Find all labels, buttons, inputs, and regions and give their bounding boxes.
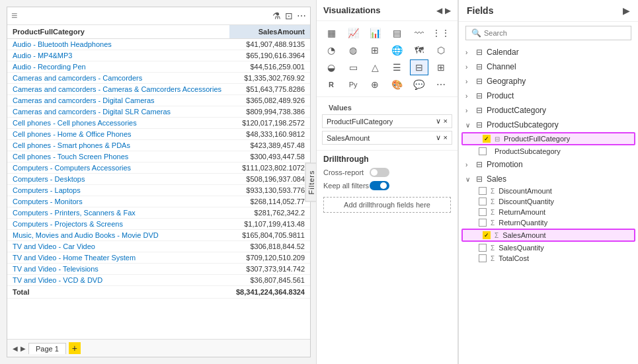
- keep-filters-track[interactable]: [370, 181, 389, 190]
- ribbon-chart-icon[interactable]: 〰: [410, 25, 428, 41]
- category-cell: Computers - Projectors & Screens: [7, 219, 229, 230]
- slicer-icon[interactable]: ☰: [387, 59, 406, 75]
- field-group-header-promotion[interactable]: › ⊟ Promotion: [459, 158, 638, 171]
- kpi-icon[interactable]: △: [366, 59, 384, 75]
- field-checkbox[interactable]: [479, 219, 487, 227]
- field-checkbox[interactable]: ✓: [483, 135, 491, 143]
- funnel-icon[interactable]: ⬡: [432, 42, 450, 58]
- field-checkbox[interactable]: [479, 147, 487, 155]
- amount-cell: $65,190,616.3964: [229, 50, 310, 61]
- amount-cell: $281,762,342.2: [229, 207, 310, 219]
- field-item-productsubcategory[interactable]: ProductSubcategory: [459, 146, 638, 157]
- field-checkbox[interactable]: [479, 254, 487, 262]
- field-checkbox[interactable]: ✓: [483, 231, 491, 239]
- viz-next-icon[interactable]: ▶: [445, 6, 451, 15]
- prev-page-icon[interactable]: ◀: [13, 345, 18, 352]
- scatter-icon[interactable]: ⋮⋮: [432, 25, 450, 41]
- dotted-border-icon[interactable]: ⋯: [297, 11, 306, 21]
- matrix-icon[interactable]: ⊞: [432, 59, 450, 75]
- field-group-sales: ∨ ⊟ Sales Σ DiscountAmount Σ DiscountQua…: [459, 172, 638, 264]
- donut-icon[interactable]: ◍: [344, 42, 362, 58]
- chevron-icon: ›: [465, 78, 472, 85]
- field-item-salesamount[interactable]: ✓ Σ SalesAmount: [461, 229, 635, 242]
- r-visual-icon[interactable]: R: [322, 77, 340, 92]
- page-tab[interactable]: Page 1: [28, 343, 66, 354]
- line-chart-icon[interactable]: 📈: [344, 25, 362, 41]
- field-group-header-geography[interactable]: › ⊟ Geography: [459, 75, 638, 88]
- card-icon[interactable]: ▭: [344, 59, 362, 75]
- chip-expand-icon[interactable]: ∨: [436, 117, 441, 126]
- keep-filters-toggle[interactable]: [370, 181, 389, 190]
- cross-report-toggle[interactable]: [370, 168, 389, 177]
- chip-close-icon2[interactable]: ×: [444, 133, 448, 142]
- field-group-header-channel[interactable]: › ⊟ Channel: [459, 60, 638, 73]
- chip-close-icon[interactable]: ×: [444, 117, 448, 126]
- field-item-totalcost[interactable]: Σ TotalCost: [459, 253, 638, 264]
- value-chip-amount[interactable]: SalesAmount ∨ ×: [322, 131, 452, 145]
- table-viz-icon[interactable]: ⊟: [410, 59, 428, 75]
- paint-icon[interactable]: 🎨: [387, 77, 406, 92]
- field-item-salesquantity[interactable]: Σ SalesQuantity: [459, 242, 638, 253]
- chip-expand-icon2[interactable]: ∨: [436, 133, 441, 142]
- table-row: Cell phones - Touch Screen Phones $300,4…: [7, 151, 310, 163]
- category-cell: Computers - Monitors: [7, 196, 229, 207]
- field-checkbox[interactable]: [479, 244, 487, 252]
- amount-cell: $111,023,802.1072: [229, 163, 310, 174]
- add-drillthrough-button[interactable]: Add drillthrough fields here: [323, 197, 451, 213]
- fields-panel: Fields ▶ 🔍 › ⊟ Calendar › ⊟ Channel › ⊟ …: [458, 0, 638, 364]
- field-type-icon: ⊟: [495, 135, 500, 143]
- qa-icon[interactable]: 💬: [410, 77, 428, 92]
- field-item-discountamount[interactable]: Σ DiscountAmount: [459, 186, 638, 196]
- fields-expand-icon[interactable]: ▶: [623, 5, 630, 16]
- area-chart-icon[interactable]: 📊: [366, 25, 384, 41]
- cross-report-track[interactable]: [370, 168, 389, 177]
- category-cell: Audio - MP4&MP3: [7, 50, 229, 61]
- field-item-returnquantity[interactable]: Σ ReturnQuantity: [459, 217, 638, 228]
- category-cell: TV and Video - Home Theater System: [7, 252, 229, 264]
- fields-header: Fields ▶: [459, 0, 638, 22]
- drillthrough-title: Drillthrough: [323, 155, 451, 164]
- pie-chart-icon[interactable]: ◔: [322, 42, 340, 58]
- table-row: TV and Video - Televisions $307,373,914.…: [7, 264, 310, 275]
- viz-prev-icon[interactable]: ◀: [436, 6, 442, 15]
- stacked-bar-icon[interactable]: ▤: [387, 25, 406, 41]
- search-box[interactable]: 🔍: [465, 26, 631, 40]
- field-group-header-productsubcategory[interactable]: ∨ ⊟ ProductSubcategory: [459, 118, 638, 131]
- gauge-icon[interactable]: ◒: [322, 59, 340, 75]
- field-item-productfullcategory[interactable]: ✓ ⊟ ProductFullCategory: [461, 132, 635, 145]
- field-type-icon: Σ: [491, 188, 495, 195]
- field-checkbox[interactable]: [479, 198, 487, 205]
- field-checkbox[interactable]: [479, 187, 487, 195]
- field-group-header-calendar[interactable]: › ⊟ Calendar: [459, 46, 638, 59]
- field-checkbox[interactable]: [479, 208, 487, 216]
- table-row: Computers - Laptops $933,130,593.776: [7, 185, 310, 196]
- col-header-amount[interactable]: SalesAmount: [229, 25, 310, 39]
- treemap-icon[interactable]: ⊞: [366, 42, 384, 58]
- field-item-returnamount[interactable]: Σ ReturnAmount: [459, 207, 638, 217]
- field-item-discountquantity[interactable]: Σ DiscountQuantity: [459, 196, 638, 207]
- search-input[interactable]: [484, 29, 625, 37]
- focus-icon[interactable]: ⊡: [285, 11, 293, 21]
- filter-icon[interactable]: ⚗: [272, 11, 281, 21]
- field-group-header-sales[interactable]: ∨ ⊟ Sales: [459, 172, 638, 186]
- next-page-icon[interactable]: ▶: [20, 345, 26, 352]
- viz-nav-arrows: ◀ ▶: [436, 6, 451, 15]
- filled-map-icon[interactable]: 🗺: [410, 42, 428, 58]
- col-header-category[interactable]: ProductFullCategory: [7, 25, 229, 39]
- drag-handle-icon[interactable]: ≡: [11, 10, 17, 22]
- map-icon[interactable]: 🌐: [387, 42, 406, 58]
- amount-cell: $300,493,447.58: [229, 151, 310, 163]
- bar-chart-icon[interactable]: ▦: [322, 25, 340, 41]
- python-icon[interactable]: Py: [344, 77, 362, 92]
- amount-cell: $41,907,488.9135: [229, 39, 310, 50]
- total-amount: $8,341,224,364.8324: [229, 286, 310, 299]
- category-cell: Cameras and camcorders - Digital SLR Cam…: [7, 106, 229, 118]
- value-chip-category[interactable]: ProductFullCategory ∨ ×: [322, 114, 452, 128]
- field-group-header-productcategory[interactable]: › ⊟ ProductCategory: [459, 104, 638, 117]
- category-cell: Audio - Bluetooth Headphones: [7, 39, 229, 50]
- field-label: ReturnQuantity: [498, 219, 547, 227]
- add-page-button[interactable]: +: [69, 342, 81, 354]
- more-icon[interactable]: ⋯: [432, 77, 450, 92]
- custom-visual-icon[interactable]: ⊕: [366, 77, 384, 92]
- field-group-header-product[interactable]: › ⊟ Product: [459, 89, 638, 102]
